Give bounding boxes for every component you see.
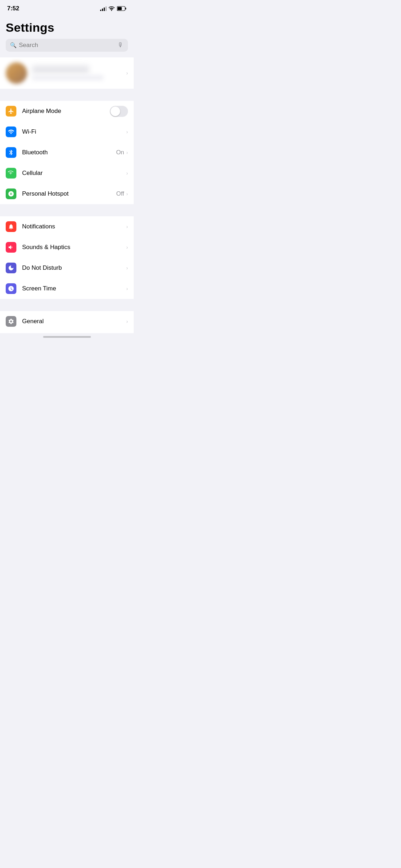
status-icons bbox=[100, 6, 127, 11]
hotspot-label: Personal Hotspot bbox=[22, 190, 116, 197]
notifications-icon bbox=[6, 221, 16, 232]
airplane-mode-toggle[interactable] bbox=[110, 106, 128, 117]
airplane-mode-label: Airplane Mode bbox=[22, 108, 110, 115]
screentime-label: Screen Time bbox=[22, 285, 126, 292]
general-icon bbox=[6, 316, 16, 327]
wifi-row[interactable]: Wi-Fi › bbox=[0, 122, 134, 142]
connectivity-section: Airplane Mode Wi-Fi › Bluetooth On › bbox=[0, 101, 134, 204]
wifi-icon bbox=[6, 126, 16, 137]
bluetooth-icon bbox=[6, 147, 16, 158]
section-divider-2 bbox=[0, 204, 134, 216]
page-header: Settings bbox=[0, 15, 134, 37]
battery-status-icon bbox=[117, 6, 127, 11]
sounds-chevron-icon: › bbox=[126, 244, 128, 250]
donotdisturb-chevron-icon: › bbox=[126, 265, 128, 271]
sounds-label: Sounds & Haptics bbox=[22, 244, 126, 251]
hotspot-row[interactable]: Personal Hotspot Off › bbox=[0, 184, 134, 204]
cellular-icon bbox=[6, 168, 16, 179]
notifications-label: Notifications bbox=[22, 223, 126, 230]
cellular-chevron-icon: › bbox=[126, 170, 128, 176]
home-indicator bbox=[0, 333, 134, 339]
cellular-row[interactable]: Cellular › bbox=[0, 163, 134, 184]
notifications-section: Notifications › Sounds & Haptics › Do No… bbox=[0, 216, 134, 299]
profile-info bbox=[32, 66, 126, 81]
profile-chevron-icon: › bbox=[126, 70, 128, 76]
wifi-chevron-icon: › bbox=[126, 129, 128, 135]
profile-name bbox=[32, 66, 89, 73]
status-time: 7:52 bbox=[7, 5, 19, 12]
section-divider-1 bbox=[0, 89, 134, 101]
bluetooth-value: On bbox=[116, 149, 124, 156]
notifications-chevron-icon: › bbox=[126, 224, 128, 229]
hotspot-value: Off bbox=[116, 190, 124, 197]
cellular-label: Cellular bbox=[22, 170, 126, 177]
bluetooth-label: Bluetooth bbox=[22, 149, 116, 156]
donotdisturb-icon bbox=[6, 263, 16, 273]
page-title: Settings bbox=[6, 21, 128, 35]
sounds-icon bbox=[6, 242, 16, 253]
avatar bbox=[6, 62, 27, 84]
bluetooth-chevron-icon: › bbox=[126, 150, 128, 155]
signal-bars-icon bbox=[100, 6, 107, 11]
microphone-icon[interactable]: 🎙 bbox=[118, 42, 124, 49]
profile-section: › bbox=[0, 57, 134, 89]
donotdisturb-row[interactable]: Do Not Disturb › bbox=[0, 258, 134, 278]
search-bar[interactable]: 🔍 🎙 bbox=[6, 39, 128, 52]
general-label: General bbox=[22, 318, 126, 325]
donotdisturb-label: Do Not Disturb bbox=[22, 264, 126, 272]
profile-row[interactable]: › bbox=[0, 57, 134, 89]
wifi-label: Wi-Fi bbox=[22, 128, 124, 135]
screentime-icon bbox=[6, 283, 16, 294]
screentime-row[interactable]: Screen Time › bbox=[0, 278, 134, 299]
profile-subtitle bbox=[32, 75, 103, 81]
search-input[interactable] bbox=[19, 42, 115, 49]
wifi-status-icon bbox=[109, 6, 115, 11]
screentime-chevron-icon: › bbox=[126, 286, 128, 291]
home-bar bbox=[43, 336, 91, 338]
svg-rect-1 bbox=[125, 8, 127, 10]
bluetooth-row[interactable]: Bluetooth On › bbox=[0, 142, 134, 163]
notifications-row[interactable]: Notifications › bbox=[0, 216, 134, 237]
sounds-row[interactable]: Sounds & Haptics › bbox=[0, 237, 134, 258]
general-chevron-icon: › bbox=[126, 319, 128, 324]
hotspot-chevron-icon: › bbox=[126, 191, 128, 197]
search-icon: 🔍 bbox=[10, 42, 17, 48]
general-row[interactable]: General › bbox=[0, 311, 134, 332]
airplane-mode-icon bbox=[6, 106, 16, 117]
svg-rect-2 bbox=[118, 7, 122, 10]
hotspot-icon bbox=[6, 188, 16, 199]
section-divider-3 bbox=[0, 299, 134, 311]
status-bar: 7:52 bbox=[0, 0, 134, 15]
general-section: General › bbox=[0, 311, 134, 333]
airplane-mode-row[interactable]: Airplane Mode bbox=[0, 101, 134, 122]
